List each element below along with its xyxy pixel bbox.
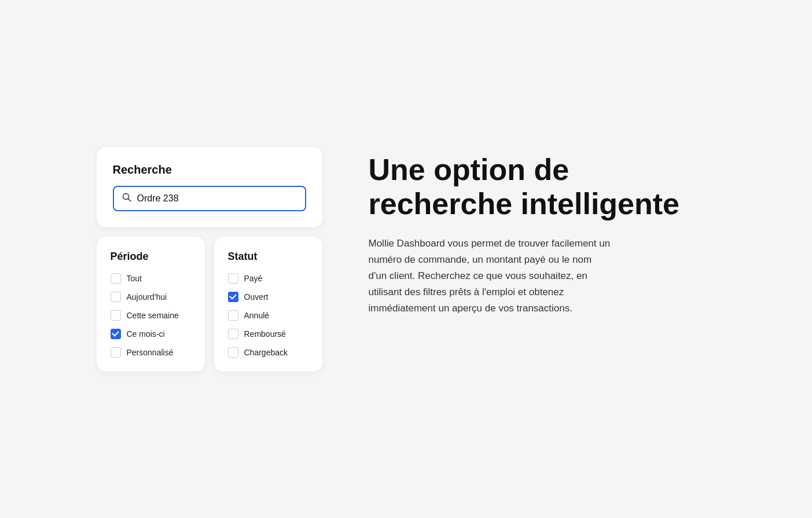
checkbox-box[interactable] bbox=[111, 329, 121, 339]
hero-title: Une option de recherche intelligente bbox=[369, 153, 716, 222]
periode-card: Période ToutAujourd'huiCette semaineCe m… bbox=[97, 237, 205, 372]
checkbox-box[interactable] bbox=[111, 347, 121, 358]
list-item[interactable]: Personnalisé bbox=[111, 347, 191, 358]
periode-checkbox-list: ToutAujourd'huiCette semaineCe mois-ciPe… bbox=[111, 273, 191, 358]
checkbox-box[interactable] bbox=[228, 273, 238, 284]
list-item[interactable]: Cette semaine bbox=[111, 310, 191, 321]
periode-title: Période bbox=[111, 251, 191, 263]
left-panel: Recherche Période ToutAujourd'huiCette s… bbox=[97, 147, 322, 372]
list-item[interactable]: Chargeback bbox=[228, 347, 308, 358]
list-item[interactable]: Aujourd'hui bbox=[111, 292, 191, 302]
checkbox-label: Chargeback bbox=[244, 348, 288, 357]
checkbox-box[interactable] bbox=[111, 292, 121, 302]
checkbox-label: Aujourd'hui bbox=[127, 292, 167, 302]
checkbox-box[interactable] bbox=[228, 292, 238, 302]
list-item[interactable]: Payé bbox=[228, 273, 308, 284]
statut-card: Statut PayéOuvertAnnuléRembourséChargeba… bbox=[214, 237, 322, 372]
checkbox-label: Remboursé bbox=[244, 329, 286, 339]
list-item[interactable]: Tout bbox=[111, 273, 191, 284]
search-card-title: Recherche bbox=[113, 163, 306, 177]
checkbox-label: Cette semaine bbox=[127, 311, 179, 320]
checkbox-label: Ouvert bbox=[244, 292, 269, 302]
checkbox-label: Personnalisé bbox=[127, 348, 174, 357]
svg-line-1 bbox=[128, 199, 130, 201]
list-item[interactable]: Remboursé bbox=[228, 329, 308, 339]
statut-checkbox-list: PayéOuvertAnnuléRembourséChargeback bbox=[228, 273, 308, 358]
search-input-wrapper[interactable] bbox=[113, 186, 306, 211]
filters-row: Période ToutAujourd'huiCette semaineCe m… bbox=[97, 237, 322, 372]
right-panel: Une option de recherche intelligente Mol… bbox=[369, 147, 716, 317]
main-layout: Recherche Période ToutAujourd'huiCette s… bbox=[74, 124, 739, 395]
search-input[interactable] bbox=[137, 193, 297, 204]
list-item[interactable]: Annulé bbox=[228, 310, 308, 321]
checkbox-box[interactable] bbox=[111, 273, 121, 284]
hero-description: Mollie Dashboard vous permet de trouver … bbox=[369, 236, 612, 317]
checkbox-box[interactable] bbox=[111, 310, 121, 321]
list-item[interactable]: Ouvert bbox=[228, 292, 308, 302]
checkbox-box[interactable] bbox=[228, 329, 238, 339]
list-item[interactable]: Ce mois-ci bbox=[111, 329, 191, 339]
checkbox-box[interactable] bbox=[228, 347, 238, 358]
search-card: Recherche bbox=[97, 147, 322, 227]
checkbox-label: Payé bbox=[244, 274, 263, 283]
checkbox-label: Ce mois-ci bbox=[127, 329, 165, 339]
checkbox-box[interactable] bbox=[228, 310, 238, 321]
statut-title: Statut bbox=[228, 251, 308, 263]
checkbox-label: Tout bbox=[127, 274, 142, 283]
checkbox-label: Annulé bbox=[244, 311, 270, 320]
search-icon bbox=[122, 193, 131, 204]
